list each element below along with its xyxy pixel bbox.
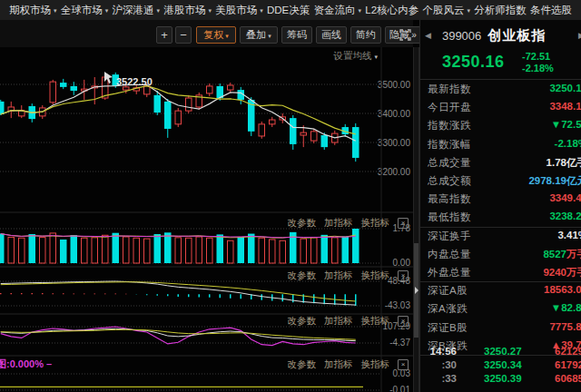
quote-row-label: 指数涨跌 xyxy=(428,119,471,132)
button-label: 叠加 xyxy=(246,26,266,44)
quote-row-label: 最新指数 xyxy=(428,83,471,96)
menubar-item-0[interactable]: 期权市场▾ xyxy=(9,4,57,17)
scrollbar[interactable] xyxy=(413,47,419,392)
collapse-panel-arrow-icon[interactable] xyxy=(415,287,419,294)
ma-settings-button[interactable]: 设置均线 ▾ xyxy=(334,50,378,63)
chevron-down-icon: ▾ xyxy=(105,7,109,15)
tick-time: :30 xyxy=(426,359,457,370)
menubar-item-label: 期权市场 xyxy=(9,4,51,17)
scrollbar-thumb[interactable] xyxy=(414,243,419,338)
menubar-item-2[interactable]: 沪深港通▾ xyxy=(113,4,161,17)
quote-row-label: 指数涨幅 xyxy=(428,138,471,152)
chevron-down-icon: ▾ xyxy=(374,54,378,60)
menubar-item-5[interactable]: DDE决策 xyxy=(267,4,310,17)
panel-switch-indicator-button[interactable]: 换指标 xyxy=(361,270,390,282)
quote-row-unit: 万手 xyxy=(566,249,581,260)
quote-row-number: ▼72.51 xyxy=(551,119,581,130)
quote-row: 总成交额2978.19亿元 xyxy=(420,172,581,190)
chevron-down-icon: ▾ xyxy=(54,7,57,15)
quote-row-label: 深A涨跌 xyxy=(428,302,468,316)
expand-chart-icon[interactable] xyxy=(399,28,411,40)
overlay-button[interactable]: 叠加▾ xyxy=(240,26,278,44)
quote-row: 深证A股18563.06 xyxy=(420,281,581,299)
quote-row-value: 1.78亿手 xyxy=(547,156,581,170)
quote-row-number: 3250.16 xyxy=(549,83,581,93)
panel-adjust-params-button[interactable]: 改参数 xyxy=(288,217,317,230)
quote-row: 指数涨跌▼72.51 xyxy=(420,116,581,134)
chevron-down-icon: ▾ xyxy=(225,27,229,44)
quote-row-value: 3349.45 xyxy=(549,192,581,203)
quote-row-number: 8527 xyxy=(543,249,566,260)
menubar-item-9[interactable]: 分析师指数 xyxy=(474,4,527,17)
panel-switch-indicator-button[interactable]: 换指标 xyxy=(361,315,390,328)
menubar-item-6[interactable]: 资金流向▾ xyxy=(314,4,362,17)
menubar-item-4[interactable]: 美股市场▾ xyxy=(215,4,263,17)
quote-row: 深证换手3.41% xyxy=(420,227,581,245)
menubar-item-3[interactable]: 港股市场▾ xyxy=(163,4,212,17)
quote-row-value: -2.18% xyxy=(555,138,581,149)
quote-row-number: -2.18% xyxy=(555,138,581,149)
panel-adjust-params-button[interactable]: 改参数 xyxy=(288,270,317,282)
fuquan-button[interactable]: 复权▾ xyxy=(196,26,236,44)
tick-row: :333250.3960685 xyxy=(420,372,581,386)
panel-controls: 改参数加指标换指标× xyxy=(288,358,409,371)
drawline-button[interactable]: 画线 xyxy=(316,26,347,44)
quote-row-number: 1.78 xyxy=(547,157,566,168)
menubar-item-8[interactable]: 个股风云▾ xyxy=(422,4,470,17)
quote-row: 深A涨跌▼82.87 xyxy=(420,299,581,318)
panel-close-icon[interactable]: × xyxy=(398,270,409,281)
menubar-item-label: 全球市场 xyxy=(61,4,103,17)
chevron-down-icon: ▾ xyxy=(260,7,263,15)
chevron-down-icon: ▾ xyxy=(268,27,271,44)
panel-close-icon[interactable]: × xyxy=(398,316,409,327)
quote-row-label: 深证B股 xyxy=(428,321,468,335)
quote-row-value: 3348.17 xyxy=(549,101,581,112)
panel-adjust-params-button[interactable]: 改参数 xyxy=(288,358,317,371)
quote-row-number: ▼82.87 xyxy=(551,302,581,313)
panel-controls: 改参数加指标换指标× xyxy=(288,315,409,328)
panel-add-indicator-button[interactable]: 加指标 xyxy=(324,270,353,282)
svg-text:-4.37: -4.37 xyxy=(389,338,410,348)
zoom-in-button[interactable]: + xyxy=(156,26,172,44)
menubar-item-7[interactable]: L2核心内参 xyxy=(365,4,419,17)
chevron-down-icon: ▾ xyxy=(359,7,362,15)
quote-row-value: ▼72.51 xyxy=(551,119,581,130)
double-arrow-icon: » xyxy=(411,26,417,44)
simple-button[interactable]: 简约 xyxy=(350,26,381,44)
zoom-out-button[interactable]: − xyxy=(175,26,192,44)
quote-row: 总成交量1.78亿手 xyxy=(420,153,581,172)
menubar-item-label: 分析师指数 xyxy=(474,4,527,17)
quote-row-value: 3.41% xyxy=(557,230,581,240)
panel-close-icon[interactable]: × xyxy=(398,359,409,370)
panel-switch-indicator-button[interactable]: 换指标 xyxy=(361,217,390,230)
menubar-item-1[interactable]: 全球市场▾ xyxy=(61,4,109,17)
quote-row-label: 总成交量 xyxy=(428,156,471,170)
panel-add-indicator-button[interactable]: 加指标 xyxy=(324,315,353,328)
panel-adjust-params-button[interactable]: 改参数 xyxy=(288,315,317,328)
quote-row-number: 3.41% xyxy=(557,230,581,240)
quote-row-value: 2978.19亿元 xyxy=(528,174,581,188)
last-price: 3250.16 xyxy=(442,53,505,72)
quote-row-label: 深证A股 xyxy=(428,284,468,298)
menubar-item-label: L2核心内参 xyxy=(365,4,419,17)
quote-row: 指数涨幅-2.18% xyxy=(420,135,581,153)
price-change: -72.51 xyxy=(522,51,554,63)
panel-close-icon[interactable]: × xyxy=(398,218,409,229)
chip-button[interactable]: 筹码 xyxy=(281,26,312,44)
tick-volume: 61792 xyxy=(555,359,581,370)
menubar-item-label: 个股风云 xyxy=(422,4,464,17)
menubar-item-label: 港股市场 xyxy=(163,4,205,17)
prev-stock-icon[interactable]: ◀ xyxy=(425,31,431,40)
menubar-item-10[interactable]: 条件选股 xyxy=(530,4,572,17)
tick-price: 3250.39 xyxy=(484,373,522,384)
svg-text:3300.00: 3300.00 xyxy=(378,138,411,148)
tick-row: 14:563250.2762129 xyxy=(420,345,581,358)
quote-row-unit: 亿手 xyxy=(566,157,581,168)
quote-row: 内盘总量8527万手 xyxy=(420,245,581,263)
panel-add-indicator-button[interactable]: 加指标 xyxy=(324,358,353,371)
tick-price: 3250.27 xyxy=(484,346,522,357)
panel-add-indicator-button[interactable]: 加指标 xyxy=(324,217,353,230)
chevron-down-icon: ▾ xyxy=(157,7,161,15)
quote-row-label: 最低指数 xyxy=(428,211,471,224)
panel-switch-indicator-button[interactable]: 换指标 xyxy=(361,358,390,371)
